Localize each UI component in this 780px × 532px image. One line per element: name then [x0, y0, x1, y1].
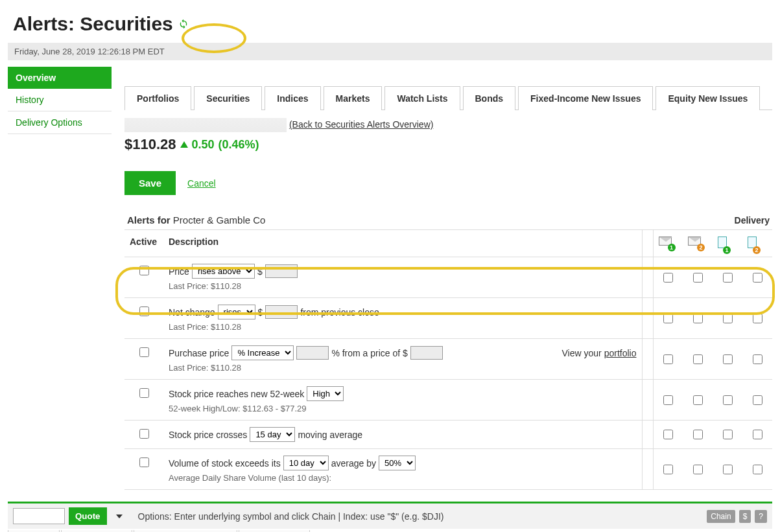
delivery-checkbox[interactable] [693, 314, 703, 323]
delivery-checkbox[interactable] [663, 395, 673, 405]
datetime-bar: Friday, June 28, 2019 12:26:18 PM EDT [8, 43, 772, 60]
col-active: Active [124, 230, 163, 257]
delivery-checkbox[interactable] [663, 273, 673, 283]
tab-fixed-income-new-issues[interactable]: Fixed-Income New Issues [518, 86, 653, 110]
page-title-row: Alerts: Securities [8, 13, 772, 35]
active-checkbox[interactable] [139, 347, 149, 357]
active-checkbox[interactable] [139, 457, 149, 467]
active-checkbox[interactable] [139, 266, 149, 275]
active-checkbox[interactable] [139, 388, 149, 398]
row-value-input[interactable] [296, 346, 329, 360]
tab-bonds[interactable]: Bonds [463, 86, 516, 110]
row-post-text: $ [258, 307, 263, 318]
portfolio-link[interactable]: portfolio [604, 348, 637, 358]
cancel-link[interactable]: Cancel [187, 178, 216, 189]
row-select[interactable]: rises [218, 305, 255, 319]
row-pre-text: Stock price reaches new 52-week [169, 389, 304, 399]
tab-watch-lists[interactable]: Watch Lists [384, 86, 460, 110]
tab-indices[interactable]: Indices [265, 86, 320, 110]
alerts-for-prefix: Alerts for [127, 214, 173, 226]
delivery-checkbox[interactable] [723, 395, 733, 405]
sidebar: Overview History Delivery Options [8, 67, 112, 134]
row-select[interactable]: % Increase [231, 345, 294, 360]
alerts-for-label: Alerts for Procter & Gamble Co [127, 214, 265, 226]
badge-1: 1 [668, 244, 676, 251]
delivery-checkbox[interactable] [723, 273, 733, 283]
row-pre-text: Stock price crosses [169, 430, 247, 440]
delivery-checkbox[interactable] [753, 273, 762, 283]
delivery-checkbox[interactable] [663, 465, 673, 474]
sidebar-item-delivery-options[interactable]: Delivery Options [8, 111, 112, 134]
delivery-checkbox[interactable] [663, 314, 673, 323]
row-value-input[interactable] [265, 264, 298, 278]
refresh-icon[interactable] [178, 19, 189, 29]
row-select[interactable]: 15 day [250, 427, 295, 442]
security-change-pct: (0.46%) [219, 138, 259, 152]
delivery-checkbox[interactable] [753, 465, 762, 474]
alert-row: Volume of stock exceeds its 10 day avera… [124, 449, 772, 490]
main-content: Portfolios Securities Indices Markets Wa… [124, 86, 772, 490]
row-select[interactable]: rises above [192, 264, 255, 279]
back-to-overview-link[interactable]: (Back to Securities Alerts Overview) [289, 119, 434, 130]
tab-markets[interactable]: Markets [324, 86, 383, 110]
tab-securities[interactable]: Securities [194, 86, 262, 110]
sidebar-item-overview[interactable]: Overview [8, 67, 112, 89]
tab-portfolios[interactable]: Portfolios [124, 86, 191, 110]
delivery-checkbox[interactable] [693, 465, 703, 474]
row-value-input-2[interactable] [410, 346, 443, 360]
active-checkbox[interactable] [139, 306, 149, 316]
security-price: $110.28 [124, 136, 176, 153]
row-value-input[interactable] [265, 305, 298, 319]
row-sub-text: 52-week High/Low: $112.63 - $77.29 [169, 404, 637, 413]
quote-symbol-input[interactable] [13, 508, 65, 524]
alert-row: Stock price reaches new 52-week High52-w… [124, 380, 772, 421]
delivery-checkbox[interactable] [723, 354, 733, 364]
arrow-up-icon [180, 141, 188, 148]
row-pre-text: Net change [169, 307, 215, 318]
delivery-checkbox[interactable] [723, 465, 733, 474]
save-button[interactable]: Save [124, 171, 176, 195]
quote-hint: Options: Enter underlying symbol and cli… [132, 511, 703, 522]
badge-2: 2 [697, 244, 705, 251]
delivery-checkbox[interactable] [663, 430, 673, 439]
delivery-col-1: 1 [653, 230, 683, 257]
row-pre-text: Volume of stock exceeds its [169, 458, 281, 468]
row-mid-text: average by [331, 458, 376, 468]
delivery-checkbox[interactable] [753, 314, 762, 323]
badge-1: 1 [723, 246, 731, 254]
alert-row: Net change rises $ from previous closeLa… [124, 298, 772, 339]
delivery-col-4: 2 [742, 230, 772, 257]
delivery-checkbox[interactable] [753, 354, 762, 364]
delivery-checkbox[interactable] [693, 273, 703, 283]
row-sub-text: Average Daily Share Volume (last 10 days… [169, 473, 637, 483]
active-checkbox[interactable] [139, 429, 149, 439]
delivery-heading: Delivery [735, 215, 770, 226]
row-select-2[interactable]: 50% [379, 456, 416, 470]
delivery-checkbox[interactable] [723, 314, 733, 323]
quote-dropdown-caret-icon[interactable] [116, 515, 123, 518]
tabs: Portfolios Securities Indices Markets Wa… [124, 86, 772, 110]
delivery-checkbox[interactable] [723, 430, 733, 439]
delivery-checkbox[interactable] [693, 430, 703, 439]
row-sub-text: Last Price: $110.28 [169, 363, 637, 373]
delivery-checkbox[interactable] [753, 395, 762, 405]
delivery-checkbox[interactable] [693, 395, 703, 405]
chip-help[interactable]: ? [755, 510, 767, 523]
delivery-checkbox[interactable] [663, 354, 673, 364]
bottom-bar: Quote Options: Enter underlying symbol a… [8, 502, 772, 529]
chip-dollar[interactable]: $ [739, 510, 751, 523]
sidebar-item-history[interactable]: History [8, 89, 112, 111]
security-name-redacted [124, 118, 287, 132]
badge-2: 2 [753, 246, 761, 254]
delivery-col-3: 1 [713, 230, 742, 257]
chip-chain[interactable]: Chain [707, 510, 735, 523]
row-select[interactable]: 10 day [283, 456, 329, 470]
row-pre-text: Purchase price [169, 348, 229, 358]
tab-equity-new-issues[interactable]: Equity New Issues [656, 86, 760, 110]
alert-row: Stock price crosses 15 day moving averag… [124, 421, 772, 449]
delivery-checkbox[interactable] [753, 430, 762, 439]
delivery-checkbox[interactable] [693, 354, 703, 364]
row-sub-text: Last Price: $110.28 [169, 322, 637, 332]
quote-button[interactable]: Quote [69, 507, 107, 525]
row-select[interactable]: High [307, 386, 344, 401]
